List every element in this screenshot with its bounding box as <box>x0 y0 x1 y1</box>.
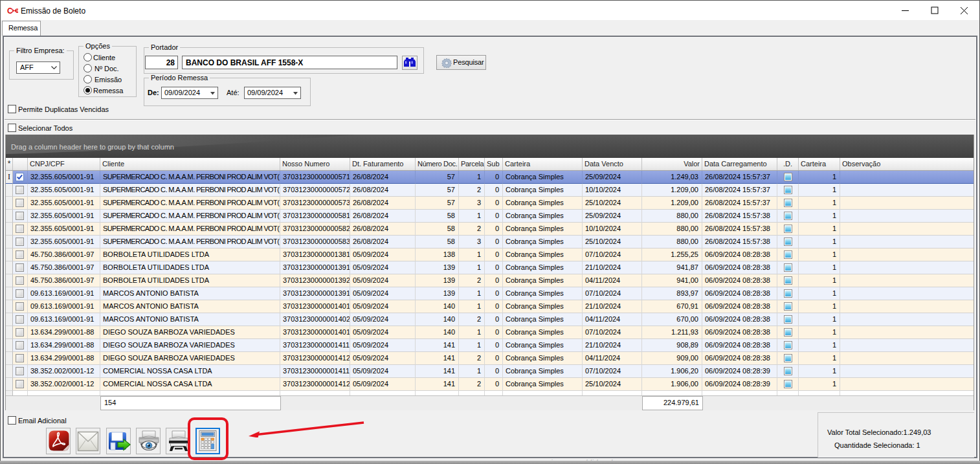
svg-text:C: C <box>7 6 13 16</box>
